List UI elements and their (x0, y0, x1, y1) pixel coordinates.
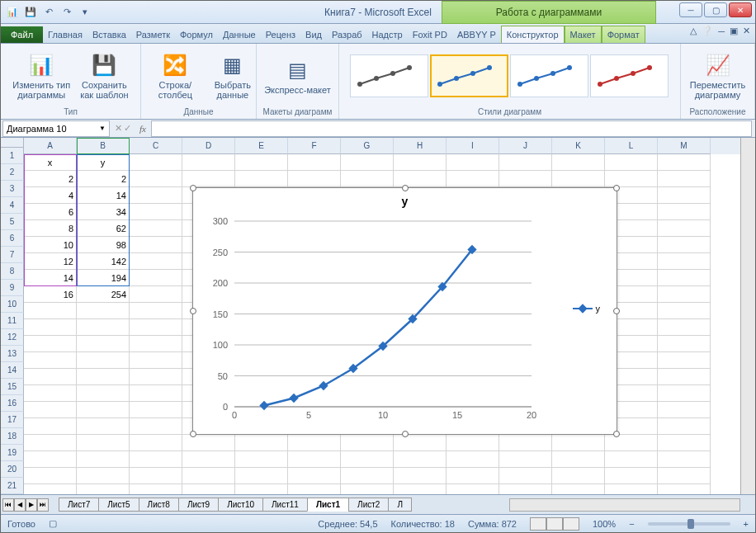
cell[interactable] (288, 171, 341, 187)
cell[interactable]: 142 (77, 253, 130, 270)
undo-icon[interactable]: ↶ (40, 4, 57, 21)
row-header-5[interactable]: 5 (1, 214, 24, 230)
help-icon[interactable]: ❔ (702, 26, 713, 36)
cell[interactable] (24, 369, 77, 385)
horizontal-scrollbar[interactable] (509, 498, 740, 512)
col-header-C[interactable]: C (130, 138, 182, 154)
col-header-K[interactable]: K (552, 138, 605, 154)
switch-row-col-button[interactable]: 🔀Строка/столбец (144, 50, 206, 101)
cell[interactable] (605, 154, 658, 171)
cell[interactable] (24, 484, 77, 494)
cell[interactable] (394, 171, 447, 187)
cell[interactable] (552, 484, 605, 494)
row-header-20[interactable]: 20 (1, 461, 24, 478)
tab-insert[interactable]: Вставка (87, 26, 131, 43)
cell[interactable] (24, 402, 77, 418)
cell[interactable] (182, 435, 235, 451)
formula-input[interactable] (151, 120, 752, 137)
tab-nav-last-icon[interactable]: ⏭ (37, 498, 49, 512)
cell[interactable]: 8 (24, 220, 77, 237)
cell[interactable] (24, 468, 77, 484)
row-header-19[interactable]: 19 (1, 445, 24, 461)
maximize-button[interactable]: ▢ (704, 2, 727, 17)
cell[interactable] (447, 468, 499, 484)
cell[interactable] (182, 468, 235, 484)
view-pagebreak-button[interactable] (563, 517, 579, 531)
col-header-G[interactable]: G (341, 138, 394, 154)
cell[interactable] (658, 468, 711, 484)
cell[interactable] (130, 369, 182, 385)
cell[interactable]: 14 (77, 187, 130, 204)
cell[interactable] (77, 303, 130, 319)
cell[interactable] (77, 319, 130, 336)
cell[interactable] (658, 187, 711, 204)
cell[interactable] (341, 171, 394, 187)
cell[interactable] (288, 154, 341, 171)
cell[interactable] (182, 154, 235, 171)
cell[interactable] (24, 418, 77, 435)
col-header-A[interactable]: A (24, 138, 77, 154)
cell[interactable] (658, 204, 711, 220)
sheet-tab[interactable]: Лист11 (262, 498, 308, 512)
cell[interactable] (658, 154, 711, 171)
cell[interactable] (394, 468, 447, 484)
tab-chart-layout[interactable]: Макет (565, 26, 602, 43)
ribbon-minimize-icon[interactable]: △ (690, 26, 697, 36)
row-header-18[interactable]: 18 (1, 428, 24, 445)
cell[interactable] (24, 303, 77, 319)
row-header-6[interactable]: 6 (1, 230, 24, 247)
row-header-3[interactable]: 3 (1, 181, 24, 197)
cell[interactable] (130, 187, 182, 204)
cell[interactable] (235, 435, 288, 451)
sheet-tab[interactable]: Лист2 (348, 498, 389, 512)
sheet-tab[interactable]: Лист8 (139, 498, 179, 512)
cell[interactable] (235, 451, 288, 468)
cell[interactable] (658, 253, 711, 270)
cell[interactable] (130, 154, 182, 171)
quick-layout-button[interactable]: ▤Экспресс-макет (262, 55, 333, 97)
cell[interactable] (130, 319, 182, 336)
cell[interactable] (77, 402, 130, 418)
cell[interactable]: 6 (24, 204, 77, 220)
tab-nav-prev-icon[interactable]: ◀ (14, 498, 26, 512)
cell[interactable] (24, 336, 77, 352)
cell[interactable] (658, 286, 711, 303)
cell[interactable] (130, 385, 182, 402)
cell[interactable] (130, 352, 182, 369)
cell[interactable] (130, 286, 182, 303)
cell[interactable] (130, 435, 182, 451)
row-header-1[interactable]: 1 (1, 148, 24, 164)
cell[interactable] (605, 435, 658, 451)
move-chart-button[interactable]: 📈Переместить диаграмму (688, 50, 747, 101)
zoom-in-button[interactable]: + (744, 519, 749, 529)
view-layout-button[interactable] (546, 517, 563, 531)
col-header-E[interactable]: E (235, 138, 288, 154)
tab-file[interactable]: Файл (1, 26, 43, 43)
cell[interactable] (77, 418, 130, 435)
row-header-2[interactable]: 2 (1, 164, 24, 181)
cell[interactable] (552, 435, 605, 451)
cell[interactable] (394, 154, 447, 171)
cell[interactable] (447, 435, 499, 451)
zoom-level[interactable]: 100% (593, 519, 616, 529)
cell[interactable] (130, 253, 182, 270)
cell[interactable] (130, 270, 182, 286)
namebox-dropdown-icon[interactable]: ▼ (99, 125, 106, 132)
cell[interactable] (130, 303, 182, 319)
cell[interactable] (499, 468, 552, 484)
cell[interactable] (605, 484, 658, 494)
minimize-button[interactable]: ─ (679, 2, 702, 17)
cell[interactable] (341, 451, 394, 468)
sheet-tab[interactable]: Лист7 (59, 498, 99, 512)
cell[interactable] (130, 237, 182, 253)
cell[interactable]: 10 (24, 237, 77, 253)
sheet-tab[interactable]: Лист5 (98, 498, 139, 512)
cell[interactable] (24, 352, 77, 369)
cell[interactable] (77, 468, 130, 484)
qat-more-icon[interactable]: ▾ (77, 4, 93, 21)
row-header-13[interactable]: 13 (1, 346, 24, 362)
row-header-21[interactable]: 21 (1, 478, 24, 494)
row-header-16[interactable]: 16 (1, 395, 24, 412)
cell[interactable] (130, 418, 182, 435)
tab-abbyy[interactable]: ABBYY P (452, 26, 501, 43)
